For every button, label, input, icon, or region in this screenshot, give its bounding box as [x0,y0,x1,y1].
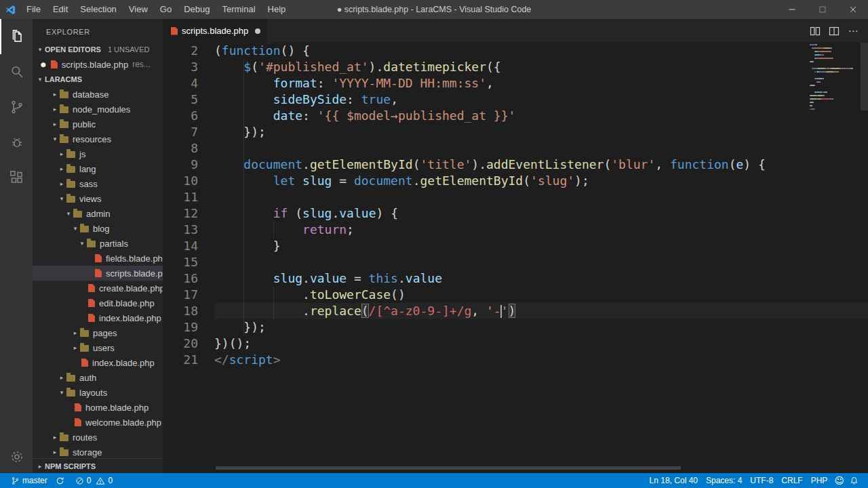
cursor-position[interactable]: Ln 18, Col 40 [646,473,702,488]
code-line [214,140,868,157]
line-number: 8 [163,140,198,157]
tree-item-users[interactable]: ▸users [33,340,163,355]
open-editor-path-hint: res... [132,60,151,69]
line-number: 13 [163,222,198,238]
split-editor-icon[interactable] [806,19,825,43]
tree-item-layouts[interactable]: ▾layouts [33,385,163,400]
menu-edit[interactable]: Edit [47,0,74,19]
menu-help[interactable]: Help [262,0,292,19]
folder-icon [60,106,68,113]
chevron-down-icon: ▾ [71,225,80,232]
blade-file-icon [75,403,81,411]
tree-item-fields-blade-php[interactable]: fields.blade.php [33,251,163,266]
code-line: sideBySide: true, [214,92,868,108]
search-icon[interactable] [0,54,33,89]
code-line: .replace(/[^a-z0-9-]+/g, '-') [214,303,868,319]
chevron-down-icon: ▾ [35,46,45,53]
tree-item-sass[interactable]: ▸sass [33,176,163,191]
code-line [214,189,868,205]
menu-file[interactable]: File [20,0,47,19]
minimap[interactable] [810,44,859,473]
extensions-icon[interactable] [0,160,33,195]
folder-icon [66,166,75,173]
tree-item-public[interactable]: ▸public [33,117,163,131]
problems-button[interactable]: 0 0 [71,473,117,488]
chevron-right-icon: ▸ [50,121,60,127]
close-icon[interactable] [837,0,868,19]
settings-gear-icon[interactable] [0,441,33,473]
tree-item-label: partials [100,239,128,249]
tree-item-label: resources [73,134,111,144]
tree-item-storage[interactable]: ▸storage [33,445,163,458]
tree-item-admin[interactable]: ▾admin [33,206,163,221]
code-pane[interactable]: (function() { $('#published_at').datetim… [214,43,868,473]
notifications-bell-icon[interactable] [847,473,861,488]
tree-item-label: views [79,194,102,204]
code-line: if (slug.value) { [214,205,868,222]
tree-item-index-blade-php[interactable]: index.blade.php [33,310,163,325]
open-editor-item[interactable]: ● scripts.blade.php res... [33,57,163,72]
folder-icon [66,181,75,188]
tree-item-blog[interactable]: ▾blog [33,221,163,236]
menu-debug[interactable]: Debug [178,0,216,19]
folder-icon [60,121,68,128]
tree-item-pages[interactable]: ▸pages [33,325,163,340]
tree-item-label: sass [79,179,98,189]
tree-item-js[interactable]: ▸js [33,146,163,161]
npm-scripts-header[interactable]: ▸ NPM SCRIPTS [33,458,163,473]
tree-item-scripts-blade-p-[interactable]: scripts.blade.p... [33,266,163,281]
editor-layout-icon[interactable] [825,19,844,43]
language-mode[interactable]: PHP [807,473,832,488]
editor[interactable]: 23456789101112131415161718192021 (functi… [163,43,868,473]
encoding[interactable]: UTF-8 [746,473,777,488]
tree-item-label: pages [93,328,117,338]
tree-item-index-blade-php[interactable]: index.blade.php [33,355,163,370]
tree-item-home-blade-php[interactable]: home.blade.php [33,400,163,415]
tree-item-label: fields.blade.php [106,253,163,264]
source-control-icon[interactable] [0,89,33,125]
debug-icon[interactable] [0,125,33,160]
tree-item-auth[interactable]: ▸auth [33,370,163,385]
menu-go[interactable]: Go [154,0,178,19]
tree-item-views[interactable]: ▾views [33,191,163,206]
line-number: 9 [163,157,198,173]
project-section-header[interactable]: ▾ LARACMS [33,72,163,87]
branch-icon [11,476,20,485]
minimize-icon[interactable] [776,0,807,19]
open-editors-header[interactable]: ▾ OPEN EDITORS 1 UNSAVED [33,42,163,57]
tree-item-resources[interactable]: ▾resources [33,131,163,146]
tree-item-create-blade-php[interactable]: create.blade.php [33,281,163,296]
tree-item-partials[interactable]: ▾partials [33,236,163,251]
eol-sequence[interactable]: CRLF [777,473,806,488]
horizontal-scrollbar[interactable] [216,466,681,470]
maximize-icon[interactable] [807,0,837,19]
tree-item-database[interactable]: ▸database [33,87,163,102]
blade-file-icon [81,359,88,367]
indentation[interactable]: Spaces: 4 [702,473,746,488]
menu-selection[interactable]: Selection [74,0,122,19]
window-title: ● scripts.blade.php - LaraCMS - Visual S… [337,5,532,14]
tree-item-node-modules[interactable]: ▸node_modules [33,102,163,117]
code-line: slug.value = this.value [214,270,868,287]
dirty-dot-icon[interactable] [255,28,260,34]
line-number: 7 [163,124,198,140]
tree-item-edit-blade-php[interactable]: edit.blade.php [33,296,163,310]
tab-scripts-blade-php[interactable]: scripts.blade.php [163,19,267,43]
menu-view[interactable]: View [123,0,154,19]
sync-button[interactable] [52,473,71,488]
git-branch-button[interactable]: master [7,473,52,488]
tree-item-welcome-blade-php[interactable]: welcome.blade.php [33,415,163,430]
tree-item-lang[interactable]: ▸lang [33,161,163,176]
explorer-icon[interactable] [0,19,33,54]
tree-item-routes[interactable]: ▸routes [33,430,163,445]
blade-file-icon [88,284,95,292]
chevron-down-icon: ▾ [57,195,66,202]
line-number: 18 [163,303,198,319]
more-actions-icon[interactable]: ⋯ [844,19,863,43]
tree-item-label: index.blade.php [99,313,161,323]
vertical-scrollbar[interactable] [861,43,868,110]
tree-item-label: edit.blade.php [99,298,155,308]
feedback-smiley-icon[interactable]: ☺ [831,473,847,488]
menu-terminal[interactable]: Terminal [216,0,261,19]
main-area: EXPLORER ▾ OPEN EDITORS 1 UNSAVED ● scri… [0,19,868,473]
